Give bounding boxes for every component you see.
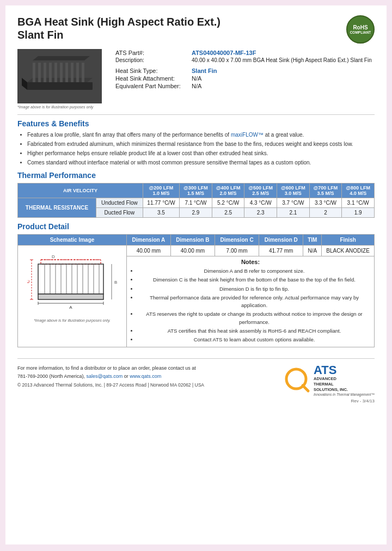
contact-line1: For more information, to find a distribu… [17, 365, 196, 371]
description-label: Description: [113, 57, 189, 64]
copyright: © 2013 Advanced Thermal Solutions, Inc. … [17, 382, 204, 388]
col-800lfm: @800 LFM4.0 M/S [342, 183, 375, 198]
ats-tagline: Innovations in Thermal Management™ [314, 393, 375, 396]
features-title: Features & Benefits [17, 119, 375, 128]
ducted-700: 2 [309, 208, 342, 218]
detail-notes-cell: Notes: Dimension A and B refer to compon… [127, 256, 375, 347]
thermal-section: Thermal Performance AIR VELOCITY @200 LF… [17, 171, 375, 218]
svg-marker-4 [38, 62, 41, 82]
product-title: BGA Heat Sink (High Aspect Ratio Ext.) S… [17, 15, 220, 41]
list-item: Higher performance helps ensure reliable… [27, 149, 375, 157]
type-row: Heat Sink Type: Slant Fin [113, 67, 375, 75]
ducted-400: 2.5 [212, 208, 244, 218]
ats-logo-area: ATS ADVANCEDTHERMALSOLUTIONS, INC. Innov… [284, 364, 375, 403]
ducted-300: 2.9 [180, 208, 212, 218]
svg-marker-5 [44, 62, 46, 82]
ducted-label: Ducted Flow [96, 208, 143, 218]
detail-image-caption: *Image above is for illustration purpose… [22, 319, 122, 322]
dim-b-value: 40.00 mm [170, 246, 215, 256]
attachment-row: Heat Sink Attachment: N/A [113, 75, 375, 82]
detail-values-row: A C B D *Imag [18, 246, 375, 256]
rohs-badge: RoHS COMPLIANT [346, 15, 375, 44]
type-label: Heat Sink Type: [113, 67, 189, 75]
compliant-text: COMPLIANT [350, 30, 371, 34]
svg-rect-13 [33, 60, 84, 63]
svg-rect-28 [38, 294, 103, 299]
features-section: Features & Benefits Features a low profi… [17, 119, 375, 167]
header-area: BGA Heat Sink (High Aspect Ratio Ext.) S… [17, 15, 375, 44]
type-value: Slant Fin [189, 67, 375, 75]
unducted-600: 3.7 °C/W [277, 198, 310, 208]
ats-acronym: ATS [314, 364, 375, 376]
svg-marker-6 [49, 62, 52, 82]
unducted-500: 4.3 °C/W [244, 198, 277, 208]
ducted-200: 3.5 [143, 208, 179, 218]
footer-contact-area: For more information, to find a distribu… [17, 364, 204, 388]
equiv-row: Equivalent Part Number: N/A [113, 82, 375, 90]
thermal-resistance-label: THERMAL RESISTANCE [18, 198, 96, 218]
svg-marker-11 [76, 62, 79, 82]
page-number: Rev - 3/4/13 [351, 399, 375, 403]
list-item: Dimension C is the heat sink height from… [138, 276, 371, 284]
product-specs: ATS Part#: ATS040040007-MF-13F Descripti… [113, 49, 375, 109]
finish-value: BLACK ANODIZE [322, 246, 375, 256]
col-600lfm: @600 LFM3.0 M/S [277, 183, 310, 198]
detail-section: Product Detail Schematic Image Dimension… [17, 222, 375, 347]
col-dim-d: Dimension D [259, 235, 303, 246]
col-400lfm: @400 LFM2.0 M/S [212, 183, 244, 198]
ats-logo: ATS ADVANCEDTHERMALSOLUTIONS, INC. Innov… [284, 364, 375, 396]
col-300lfm: @300 LFM1.5 M/S [180, 183, 212, 198]
svg-marker-10 [71, 62, 74, 82]
svg-marker-7 [54, 62, 57, 82]
unducted-200: 11.77 °C/W [143, 198, 179, 208]
dim-a-value: 40.00 mm [127, 246, 171, 256]
part-number: ATS040040007-MF-13F [189, 49, 375, 57]
product-image-caption: *Image above is for illustration purpose… [17, 105, 105, 109]
footer-area: For more information, to find a distribu… [17, 358, 375, 403]
thermal-performance-table: AIR VELOCITY @200 LFM1.0 M/S @300 LFM1.5… [17, 183, 375, 218]
ats-logo-svg [284, 367, 310, 393]
dim-d-value: 41.77 mm [259, 246, 303, 256]
description-value: 40.00 x 40.00 x 7.00 mm BGA Heat Sink (H… [189, 57, 375, 64]
col-dim-a: Dimension A [127, 235, 171, 246]
divider-1 [17, 114, 375, 115]
attachment-label: Heat Sink Attachment: [113, 75, 189, 82]
product-info-area: *Image above is for illustration purpose… [17, 49, 375, 109]
col-500lfm: @500 LFM2.5 M/S [244, 183, 277, 198]
features-list: Features a low profile, slant fin array … [17, 131, 375, 167]
list-item: Fabricated from extruded aluminum, which… [27, 140, 375, 148]
list-item: ATS certifies that this heat sink assemb… [138, 327, 371, 335]
svg-line-42 [303, 385, 308, 391]
title-line1: BGA Heat Sink (High Aspect Ratio Ext.) [17, 16, 220, 28]
ats-full-name: ADVANCEDTHERMALSOLUTIONS, INC. [314, 376, 375, 392]
col-finish: Finish [322, 235, 375, 246]
part-label: ATS Part#: [113, 49, 189, 57]
ducted-500: 2.3 [244, 208, 277, 218]
col-dim-b: Dimension B [170, 235, 215, 246]
tim-value: N/A [303, 246, 322, 256]
website-link[interactable]: www.qats.com [130, 374, 161, 379]
maxiflow-link: maxiFLOW™ [231, 132, 264, 138]
title-line2: Slant Fin [17, 29, 63, 41]
email-link[interactable]: sales@qats.com [87, 374, 123, 379]
unducted-row: THERMAL RESISTANCE Unducted Flow 11.77 °… [18, 198, 375, 208]
list-item: Contact ATS to learn about custom option… [138, 336, 371, 344]
thermal-title: Thermal Performance [17, 171, 375, 180]
list-item: ATS reserves the right to update or chan… [138, 310, 371, 326]
product-detail-table: Schematic Image Dimension A Dimension B … [17, 234, 375, 347]
attachment-value: N/A [189, 75, 375, 82]
thermal-header-row: AIR VELOCITY @200 LFM1.0 M/S @300 LFM1.5… [18, 183, 375, 198]
unducted-300: 7.1 °C/W [180, 198, 212, 208]
unducted-700: 3.3 °C/W [309, 198, 342, 208]
svg-marker-14 [33, 56, 90, 60]
col-dim-c: Dimension C [215, 235, 259, 246]
col-700lfm: @700 LFM3.5 M/S [309, 183, 342, 198]
part-row: ATS Part#: ATS040040007-MF-13F [113, 49, 375, 57]
unducted-800: 3.1 °C/W [342, 198, 375, 208]
svg-text:D: D [52, 254, 55, 259]
svg-marker-8 [60, 62, 63, 82]
list-item: Dimension D is fin tip to fin tip. [138, 285, 371, 293]
rohs-text: RoHS [353, 25, 367, 30]
svg-text:B: B [114, 280, 117, 285]
specs-table: ATS Part#: ATS040040007-MF-13F Descripti… [113, 49, 375, 90]
